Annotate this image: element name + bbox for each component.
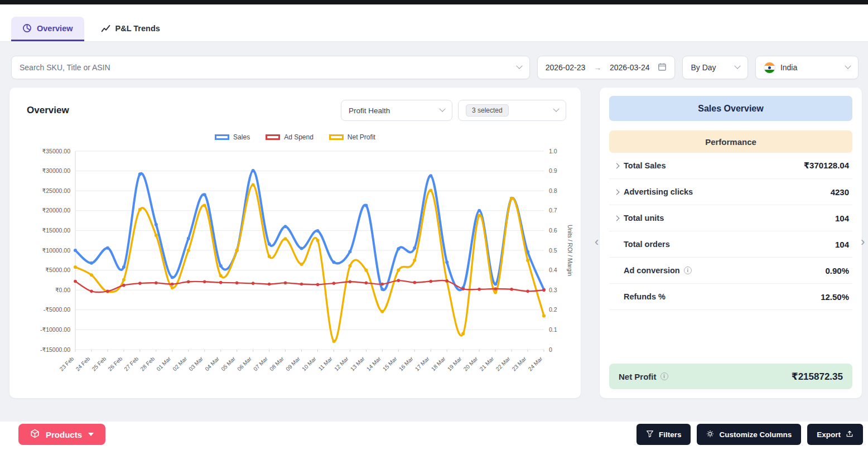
svg-text:0: 0 xyxy=(549,346,552,353)
page-title: Overview xyxy=(27,105,69,116)
svg-text:03 Mar: 03 Mar xyxy=(187,355,204,372)
legend-item-ad-spend[interactable]: Ad Spend xyxy=(266,133,314,141)
svg-text:₹25000.00: ₹25000.00 xyxy=(42,187,71,194)
tab-overview[interactable]: Overview xyxy=(11,17,84,41)
svg-text:11 Mar: 11 Mar xyxy=(317,355,334,372)
country-value: India xyxy=(780,63,797,72)
carousel-next-button[interactable]: › xyxy=(861,236,865,248)
date-range-picker[interactable]: 2026-02-23 → 2026-03-24 xyxy=(537,56,676,79)
svg-text:1.0: 1.0 xyxy=(549,148,557,154)
pl-line-chart: ₹35000.001.0₹30000.000.9₹25000.000.8₹200… xyxy=(14,146,573,386)
stat-value: 0.90% xyxy=(825,266,849,275)
dashboard-page: Overview P&L Trends 2026-02-23 → 2026-03… xyxy=(0,0,868,455)
stat-row-refunds: Refunds % 12.50% xyxy=(609,284,852,310)
granularity-value: By Day xyxy=(691,63,716,72)
svg-text:15 Mar: 15 Mar xyxy=(382,355,398,372)
country-select[interactable]: India xyxy=(755,56,859,79)
info-icon[interactable]: i xyxy=(660,372,668,380)
stat-label: Refunds % xyxy=(624,292,666,301)
india-flag-icon xyxy=(764,62,775,74)
chevron-down-icon xyxy=(553,106,559,112)
chevron-down-icon xyxy=(439,106,445,112)
bottom-action-bar: Products Filters Customize Columns Expor… xyxy=(0,422,868,455)
svg-text:26 Feb: 26 Feb xyxy=(107,355,124,372)
metrics-multiselect[interactable]: 3 selected xyxy=(458,100,566,121)
stat-label: Total Sales xyxy=(624,161,666,170)
svg-text:24 Mar: 24 Mar xyxy=(527,355,544,372)
stat-row-advertising-clicks[interactable]: Advertising clicks 4230 xyxy=(609,179,852,205)
svg-text:0.7: 0.7 xyxy=(549,207,557,214)
sales-overview-title: Sales Overview xyxy=(609,96,852,121)
info-icon[interactable]: i xyxy=(684,267,692,274)
date-to: 2026-03-24 xyxy=(610,63,650,72)
svg-text:27 Feb: 27 Feb xyxy=(123,355,139,372)
legend-item-net-profit[interactable]: Net Profit xyxy=(329,133,375,141)
svg-text:17 Mar: 17 Mar xyxy=(414,355,431,372)
svg-text:16 Mar: 16 Mar xyxy=(398,355,414,372)
stat-label: Advertising clicks xyxy=(624,187,693,196)
tab-pl-trends-label: P&L Trends xyxy=(115,24,160,33)
caret-down-icon xyxy=(88,433,94,436)
stat-row-total-units[interactable]: Total units 104 xyxy=(609,205,852,231)
stat-row-ad-conversion: Ad conversion i 0.90% xyxy=(609,258,852,284)
search-input[interactable] xyxy=(20,63,517,72)
customize-columns-label: Customize Columns xyxy=(719,430,792,439)
customize-columns-button[interactable]: Customize Columns xyxy=(697,424,801,445)
stat-row-total-sales[interactable]: Total Sales ₹370128.04 xyxy=(609,153,852,179)
chart-card-header: Overview Profit Health 3 selected xyxy=(9,88,581,121)
products-menu-button[interactable]: Products xyxy=(18,424,105,445)
svg-text:23 Feb: 23 Feb xyxy=(59,355,75,372)
stat-value: 104 xyxy=(835,214,849,223)
stat-row-total-orders: Total orders 104 xyxy=(609,231,852,258)
svg-text:10 Mar: 10 Mar xyxy=(301,355,317,372)
legend-label: Net Profit xyxy=(348,133,375,141)
svg-text:23 Mar: 23 Mar xyxy=(511,355,528,372)
performance-section-header: Performance xyxy=(609,130,852,153)
products-label: Products xyxy=(46,430,82,439)
svg-text:-₹5000.00: -₹5000.00 xyxy=(44,306,70,313)
svg-text:0.4: 0.4 xyxy=(549,267,557,273)
svg-text:₹0.00: ₹0.00 xyxy=(55,287,70,293)
svg-text:0.8: 0.8 xyxy=(549,187,557,194)
stat-value: 12.50% xyxy=(821,292,849,302)
net-profit-swatch xyxy=(329,134,344,140)
stat-value: 4230 xyxy=(831,187,849,197)
legend-label: Sales xyxy=(233,133,250,141)
stat-label: Total units xyxy=(624,214,664,222)
legend-item-sales[interactable]: Sales xyxy=(215,133,250,141)
svg-text:₹35000.00: ₹35000.00 xyxy=(42,148,71,154)
selected-count-badge: 3 selected xyxy=(466,104,509,117)
filters-label: Filters xyxy=(659,430,682,439)
export-button[interactable]: Export xyxy=(807,424,863,445)
svg-text:14 Mar: 14 Mar xyxy=(365,355,382,372)
svg-text:09 Mar: 09 Mar xyxy=(284,355,301,372)
filter-row: 2026-02-23 → 2026-03-24 By Day India xyxy=(11,56,859,79)
top-tabs-bar: Overview P&L Trends xyxy=(0,4,868,42)
svg-text:0.1: 0.1 xyxy=(549,326,557,333)
search-box xyxy=(11,56,530,79)
svg-text:19 Mar: 19 Mar xyxy=(446,355,463,372)
sales-swatch xyxy=(215,134,229,140)
chevron-right-icon xyxy=(614,189,619,195)
svg-text:08 Mar: 08 Mar xyxy=(268,355,285,372)
tab-pl-trends[interactable]: P&L Trends xyxy=(90,17,171,41)
chevron-down-icon[interactable] xyxy=(516,63,522,69)
gear-icon xyxy=(706,430,714,439)
box-icon xyxy=(30,429,40,440)
svg-text:07 Mar: 07 Mar xyxy=(252,355,269,372)
export-label: Export xyxy=(817,430,841,439)
profit-health-select[interactable]: Profit Health xyxy=(341,100,452,121)
pie-chart-icon xyxy=(22,23,32,33)
net-profit-label: Net Profit i xyxy=(619,372,668,381)
svg-text:0.3: 0.3 xyxy=(549,287,557,293)
stat-label: Ad conversion i xyxy=(624,266,692,275)
carousel-prev-button[interactable]: ‹ xyxy=(595,236,599,248)
filters-button[interactable]: Filters xyxy=(636,424,691,445)
svg-text:₹30000.00: ₹30000.00 xyxy=(42,167,71,174)
upload-icon xyxy=(846,430,853,439)
svg-text:-₹10000.00: -₹10000.00 xyxy=(40,326,70,333)
svg-text:04 Mar: 04 Mar xyxy=(204,355,220,372)
svg-text:28 Feb: 28 Feb xyxy=(139,355,156,372)
funnel-icon xyxy=(646,430,654,439)
granularity-select[interactable]: By Day xyxy=(682,56,748,79)
